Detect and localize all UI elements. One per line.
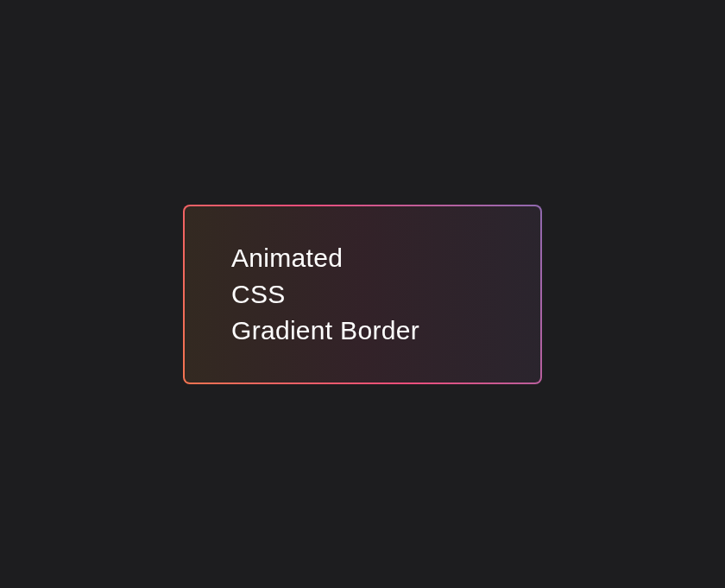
card-line-3: Gradient Border	[231, 313, 540, 349]
card-content: Animated CSS Gradient Border	[185, 206, 540, 383]
gradient-border-card: Animated CSS Gradient Border	[183, 205, 542, 384]
card-line-1: Animated	[231, 240, 540, 276]
card-line-2: CSS	[231, 276, 540, 313]
